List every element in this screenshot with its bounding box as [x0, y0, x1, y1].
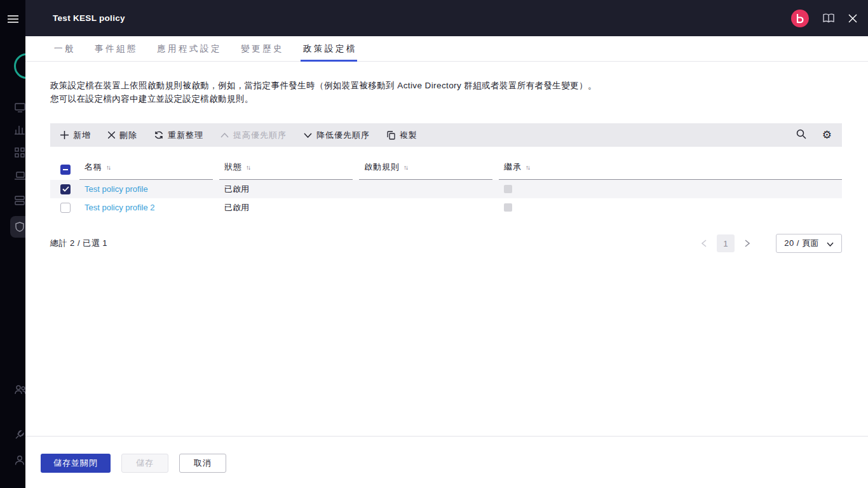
account-icon[interactable]	[15, 455, 25, 465]
table-header: 名稱 ↑↓ 狀態 ↑↓ 啟動規則 ↑↓ 繼承 ↑↓	[50, 156, 842, 180]
dialog-title: Test KESL policy	[53, 13, 125, 23]
policy-profile-link[interactable]: Test policy profile	[85, 184, 148, 194]
dialog-actions: 儲存並關閉 儲存 取消	[25, 436, 868, 488]
close-icon[interactable]	[848, 14, 857, 23]
inherited-checkbox	[504, 203, 512, 212]
lower-priority-button[interactable]: 降低優先順序	[304, 130, 370, 141]
chevron-down-icon	[304, 133, 312, 138]
apps-grid-icon[interactable]	[15, 147, 25, 158]
refresh-button[interactable]: 重新整理	[154, 130, 203, 141]
copy-icon	[387, 131, 395, 140]
table-row: Test policy profile 2 已啟用	[50, 198, 842, 217]
pager-page-button[interactable]: 1	[717, 234, 735, 252]
profiles-toolbar: 新增 刪除 重新整理 提高優先順序 降低優先順序 複製	[50, 123, 842, 147]
policy-profiles-table: 名稱 ↑↓ 狀態 ↑↓ 啟動規則 ↑↓ 繼承 ↑↓	[50, 156, 842, 217]
page-size-select[interactable]: 20 / 頁面	[776, 234, 842, 253]
column-header-status[interactable]: 狀態 ↑↓	[219, 161, 353, 180]
column-header-activation-rules[interactable]: 啟動規則 ↑↓	[359, 161, 492, 180]
table-row: Test policy profile 已啟用	[50, 180, 842, 198]
kaspersky-logo-badge	[791, 10, 809, 27]
column-header-name[interactable]: 名稱 ↑↓	[79, 161, 213, 180]
search-icon[interactable]	[796, 129, 806, 142]
policy-properties-dialog: Test KESL policy 一般 事件組態 應用程式設定 變更歷史 政策設…	[25, 0, 868, 488]
app-sidebar	[0, 0, 25, 488]
users-icon[interactable]	[15, 385, 25, 395]
inherited-checkbox	[504, 185, 512, 193]
policy-profile-link[interactable]: Test policy profile 2	[85, 203, 155, 212]
tab-content: 政策設定檔在裝置上依照啟動規則被啟動，例如，當指定事件發生時（例如裝置被移動到 …	[25, 62, 868, 436]
chevron-up-icon	[220, 133, 229, 138]
sort-icon[interactable]: ↑↓	[106, 164, 110, 171]
delete-button[interactable]: 刪除	[108, 130, 137, 141]
gear-icon[interactable]: ⚙	[822, 130, 832, 140]
sort-icon[interactable]: ↑↓	[403, 164, 407, 171]
sort-icon[interactable]: ↑↓	[246, 164, 250, 171]
storage-icon[interactable]	[15, 196, 25, 205]
tab-event-configuration[interactable]: 事件組態	[93, 36, 139, 61]
description-line-1: 政策設定檔在裝置上依照啟動規則被啟動，例如，當指定事件發生時（例如裝置被移動到 …	[50, 79, 842, 92]
reports-icon[interactable]	[15, 125, 25, 135]
save-button[interactable]: 儲存	[121, 454, 168, 473]
x-icon	[108, 132, 115, 139]
tab-general[interactable]: 一般	[53, 36, 77, 61]
copy-button[interactable]: 複製	[387, 130, 417, 141]
kaspersky-sidebar-logo	[14, 53, 25, 79]
dialog-header: Test KESL policy	[25, 0, 868, 36]
settings-wrench-icon[interactable]	[15, 430, 25, 440]
policies-nav-selected[interactable]	[10, 216, 25, 238]
select-all-checkbox[interactable]	[60, 165, 71, 175]
pager-next-icon[interactable]	[742, 237, 752, 250]
row-checkbox[interactable]	[60, 203, 71, 213]
description-line-2: 您可以在設定檔內容中建立並設定設定檔啟動規則。	[50, 92, 842, 105]
hamburger-menu-icon[interactable]	[8, 15, 18, 24]
help-book-icon[interactable]	[823, 13, 834, 23]
cancel-button[interactable]: 取消	[179, 454, 226, 473]
status-cell: 已啟用	[219, 202, 359, 214]
sort-icon[interactable]: ↑↓	[526, 164, 529, 171]
pagination: 1 20 / 頁面	[699, 234, 842, 253]
monitoring-icon[interactable]	[15, 103, 25, 112]
devices-icon[interactable]	[15, 172, 25, 180]
chevron-down-icon	[827, 239, 834, 248]
row-checkbox[interactable]	[60, 184, 71, 194]
selection-summary: 總計 2 / 已選 1	[50, 238, 107, 249]
raise-priority-button[interactable]: 提高優先順序	[220, 130, 287, 141]
pager-prev-icon[interactable]	[699, 237, 709, 250]
tab-application-settings[interactable]: 應用程式設定	[156, 36, 223, 61]
add-button[interactable]: 新增	[60, 130, 91, 141]
save-and-close-button[interactable]: 儲存並關閉	[41, 454, 111, 473]
refresh-icon	[154, 131, 163, 139]
plus-icon	[60, 131, 69, 139]
table-footer: 總計 2 / 已選 1 1 20 / 頁面	[50, 234, 842, 253]
status-cell: 已啟用	[219, 184, 359, 195]
tab-policy-profiles[interactable]: 政策設定檔	[302, 36, 358, 61]
dialog-tabs: 一般 事件組態 應用程式設定 變更歷史 政策設定檔	[25, 36, 868, 62]
column-header-inherited[interactable]: 繼承 ↑↓	[499, 161, 842, 180]
tab-change-history[interactable]: 變更歷史	[240, 36, 285, 61]
